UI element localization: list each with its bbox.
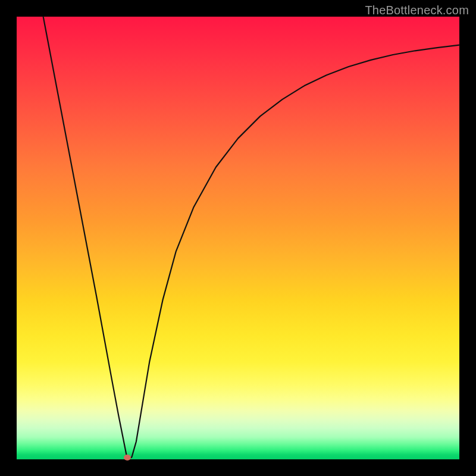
chart-frame: TheBottleneck.com	[0, 0, 476, 476]
optimum-marker	[124, 455, 131, 461]
watermark-text: TheBottleneck.com	[365, 4, 469, 17]
bottleneck-curve	[17, 17, 459, 459]
curve-path	[43, 17, 459, 459]
plot-area	[17, 17, 459, 459]
